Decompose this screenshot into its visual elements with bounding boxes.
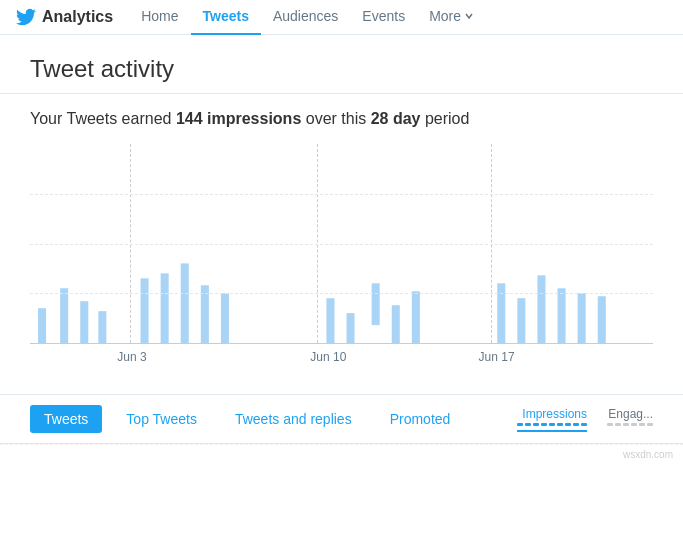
dot-7: [565, 423, 571, 426]
dot-9: [581, 423, 587, 426]
svg-rect-9: [326, 298, 334, 343]
svg-rect-14: [497, 283, 505, 343]
nav-audiences[interactable]: Audiences: [261, 0, 350, 35]
nav-tweets[interactable]: Tweets: [191, 0, 261, 35]
metric-impressions[interactable]: Impressions: [517, 407, 587, 432]
edot-4: [631, 423, 637, 426]
x-label-jun10: Jun 10: [310, 350, 346, 364]
chevron-down-icon: [464, 11, 474, 21]
edot-1: [607, 423, 613, 426]
dot-6: [557, 423, 563, 426]
gridline-1: [30, 194, 653, 195]
metrics-tabs: Impressions Engag...: [517, 407, 653, 432]
page-title-area: Tweet activity: [0, 35, 683, 94]
edot-2: [615, 423, 621, 426]
nav-home[interactable]: Home: [129, 0, 190, 35]
svg-rect-16: [537, 275, 545, 343]
dot-3: [533, 423, 539, 426]
metric-engagements-label: Engag...: [608, 407, 653, 421]
svg-rect-11: [372, 283, 380, 325]
svg-rect-12: [392, 305, 400, 343]
tabs-row: Tweets Top Tweets Tweets and replies Pro…: [0, 394, 683, 444]
metric-impressions-label: Impressions: [522, 407, 587, 421]
tab-tweets[interactable]: Tweets: [30, 405, 102, 433]
dot-2: [525, 423, 531, 426]
tab-tweets-replies[interactable]: Tweets and replies: [221, 405, 366, 433]
edot-5: [639, 423, 645, 426]
svg-rect-0: [38, 308, 46, 343]
dot-4: [541, 423, 547, 426]
x-label-jun17: Jun 17: [479, 350, 515, 364]
twitter-bird-icon: [16, 7, 36, 27]
svg-rect-1: [60, 288, 68, 343]
edot-3: [623, 423, 629, 426]
svg-rect-6: [181, 263, 189, 343]
svg-rect-2: [80, 301, 88, 343]
edot-6: [647, 423, 653, 426]
metric-engagements[interactable]: Engag...: [607, 407, 653, 432]
svg-rect-5: [161, 273, 169, 343]
watermark: wsxdn.com: [0, 444, 683, 464]
svg-rect-19: [598, 296, 606, 343]
svg-rect-4: [141, 278, 149, 343]
impressions-summary: Your Tweets earned 144 impressions over …: [30, 110, 653, 128]
header: Analytics Home Tweets Audiences Events M…: [0, 0, 683, 35]
svg-rect-10: [347, 313, 355, 343]
svg-rect-17: [558, 288, 566, 343]
brand-name: Analytics: [42, 8, 113, 26]
more-item: More: [429, 8, 474, 24]
tab-promoted[interactable]: Promoted: [376, 405, 465, 433]
gridline-3: [30, 293, 653, 294]
x-axis-labels: Jun 3 Jun 10 Jun 17: [30, 344, 653, 374]
page-title: Tweet activity: [30, 55, 653, 83]
gridline-2: [30, 244, 653, 245]
svg-rect-3: [98, 311, 106, 343]
chart-container: Jun 3 Jun 10 Jun 17: [0, 144, 683, 384]
chart-wrapper: [30, 144, 653, 344]
metric-impressions-dots: [517, 423, 587, 426]
dot-1: [517, 423, 523, 426]
nav-more[interactable]: More: [417, 0, 486, 35]
twitter-logo: Analytics: [16, 7, 113, 27]
svg-rect-18: [578, 293, 586, 343]
svg-rect-15: [517, 298, 525, 343]
metric-engagements-dots: [607, 423, 653, 426]
tab-top-tweets[interactable]: Top Tweets: [112, 405, 211, 433]
dot-8: [573, 423, 579, 426]
dot-5: [549, 423, 555, 426]
summary-area: Your Tweets earned 144 impressions over …: [0, 94, 683, 138]
svg-rect-8: [221, 293, 229, 343]
nav-events[interactable]: Events: [350, 0, 417, 35]
svg-rect-13: [412, 291, 420, 343]
x-label-jun3: Jun 3: [117, 350, 146, 364]
main-nav: Home Tweets Audiences Events More: [129, 0, 486, 34]
